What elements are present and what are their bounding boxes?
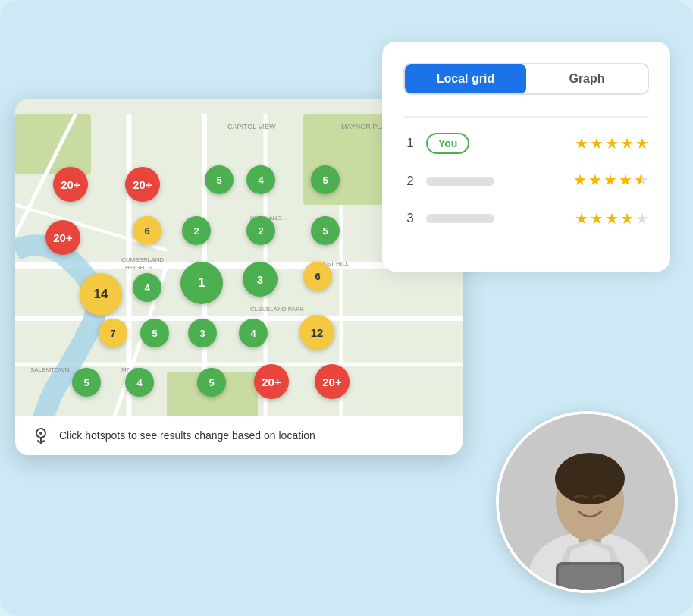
hotspot-h22[interactable]: 4 [125,368,154,397]
you-badge: You [426,133,469,154]
tab-local-grid[interactable]: Local grid [405,64,526,93]
rank-bar-3 [426,214,494,223]
rank-bar-2 [426,177,494,186]
hotspot-h13[interactable]: 1 [180,262,223,304]
rank-number-3: 3 [403,211,417,226]
rank-row-3: 3 ★ ★ ★ ★ ★ [403,209,649,228]
person-photo [496,411,678,593]
star-2-2: ★ [588,171,602,193]
rank-label-2 [426,177,564,186]
star-1-1: ★ [575,134,588,152]
star-3-5: ★ [635,209,649,228]
hotspot-h17[interactable]: 5 [140,319,169,347]
star-1-4: ★ [620,134,634,152]
rank-row-1: 1 You ★ ★ ★ ★ ★ [403,133,649,154]
star-1-5: ★ [635,134,649,152]
hotspot-h8[interactable]: 2 [182,216,211,245]
svg-point-25 [39,432,42,435]
hotspot-h15[interactable]: 6 [303,262,332,291]
svg-point-30 [555,453,625,504]
star-3-1: ★ [575,209,588,228]
hotspot-h14[interactable]: 3 [243,262,278,297]
hotspot-h10[interactable]: 5 [311,216,340,245]
hotspot-h7[interactable]: 6 [133,216,161,245]
rank-number-1: 1 [403,136,417,151]
hotspot-h9[interactable]: 2 [246,216,275,245]
svg-rect-32 [559,565,621,593]
hotspot-h20[interactable]: 12 [299,315,334,350]
hotspot-h18[interactable]: 3 [188,319,217,347]
star-1-3: ★ [605,134,619,152]
panel-card: Local grid Graph 1 You ★ ★ ★ ★ ★ 2 ★ ★ ★… [382,42,670,272]
hotspot-h12[interactable]: 4 [133,273,161,302]
hotspot-h6[interactable]: 20+ [45,220,80,255]
star-2-5: ★★ [634,171,649,193]
rank-row-2: 2 ★ ★ ★ ★ ★★ [403,171,649,193]
divider-top [403,116,649,118]
tab-graph[interactable]: Graph [526,64,648,93]
hotspot-h11[interactable]: 14 [80,273,122,316]
rank-label-1: You [426,133,566,154]
hotspot-h21[interactable]: 5 [72,368,101,397]
hotspot-h25[interactable]: 20+ [315,364,350,399]
stars-row-1: ★ ★ ★ ★ ★ [575,134,649,152]
star-2-1: ★ [573,171,587,193]
person-svg [499,414,678,593]
stars-row-3: ★ ★ ★ ★ ★ [575,209,649,228]
hotspot-h24[interactable]: 20+ [254,364,289,399]
hotspot-h3[interactable]: 5 [205,165,234,194]
rank-number-2: 2 [403,174,417,189]
hotspot-h4[interactable]: 4 [246,165,275,194]
hotspot-h16[interactable]: 7 [99,319,127,347]
map-hint: Click hotspots to see results change bas… [15,416,463,455]
star-3-3: ★ [605,209,619,228]
star-2-3: ★ [604,171,617,193]
hotspot-h5[interactable]: 5 [311,165,340,194]
stars-row-2: ★ ★ ★ ★ ★★ [573,171,649,193]
hotspot-h19[interactable]: 4 [239,319,268,347]
star-3-2: ★ [590,209,604,228]
rank-label-3 [426,214,566,223]
hotspot-h23[interactable]: 5 [197,368,226,397]
star-2-4: ★ [619,171,632,193]
hotspot-h1[interactable]: 20+ [53,167,88,202]
hotspot-h2[interactable]: 20+ [125,167,160,202]
location-click-icon [30,425,52,446]
hint-text: Click hotspots to see results change bas… [59,429,315,442]
star-1-2: ★ [590,134,604,152]
tab-switcher[interactable]: Local grid Graph [403,63,649,95]
star-3-4: ★ [620,209,634,228]
